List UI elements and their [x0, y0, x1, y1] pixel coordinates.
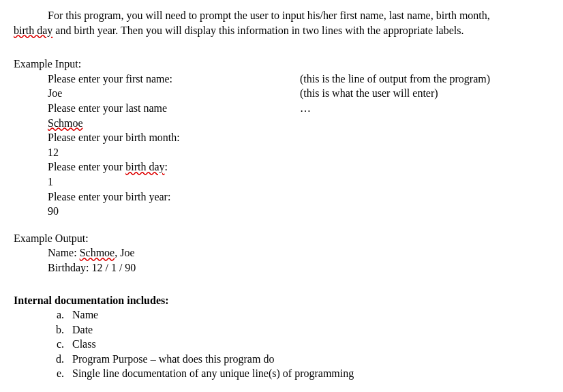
input-row: Please enter your birth day: — [48, 160, 549, 175]
doc-text: Name — [72, 307, 549, 322]
doc-text: Single line documentation of any unique … — [72, 366, 549, 381]
input-row: 12 — [48, 145, 549, 160]
input-comment — [300, 175, 549, 190]
doc-text: Class — [72, 337, 549, 352]
input-prompt: Please enter your birth day: — [48, 160, 300, 175]
input-row: Joe (this is what the user will enter) — [48, 86, 549, 101]
input-prompt: Please enter your birth month: — [48, 130, 300, 145]
input-comment — [300, 130, 549, 145]
input-comment: (this is what the user will enter) — [300, 86, 549, 101]
input-user-entry: Schmoe — [48, 116, 300, 131]
doc-letter: c. — [48, 337, 72, 352]
input-user-entry: 90 — [48, 204, 300, 219]
input-row: 1 — [48, 175, 549, 190]
output-name-line: Name: Schmoe, Joe — [48, 245, 549, 260]
input-comment — [300, 190, 549, 205]
internal-doc-header: Internal documentation includes: — [14, 293, 549, 308]
input-prompt: Please enter your last name — [48, 101, 300, 116]
intro-paragraph: For this program, you will need to promp… — [14, 8, 549, 37]
example-input-header: Example Input: — [14, 57, 549, 72]
doc-text: Date — [72, 322, 549, 337]
intro-line-2: birth day and birth year. Then you will … — [14, 23, 549, 38]
doc-item: c. Class — [48, 337, 549, 352]
intro-rest: and birth year. Then you will display th… — [52, 25, 463, 36]
output-birthday-line: Birthday: 12 / 1 / 90 — [48, 260, 549, 275]
internal-doc-list: a. Name b. Date c. Class d. Program Purp… — [48, 307, 549, 381]
input-row: Schmoe — [48, 116, 549, 131]
input-prompt: Please enter your birth year: — [48, 190, 300, 205]
input-user-entry: Joe — [48, 86, 300, 101]
input-user-entry: 12 — [48, 145, 300, 160]
doc-letter: b. — [48, 322, 72, 337]
example-output-block: Name: Schmoe, Joe Birthday: 12 / 1 / 90 — [48, 245, 549, 275]
doc-item: e. Single line documentation of any uniq… — [48, 366, 549, 381]
input-row: Please enter your birth month: — [48, 130, 549, 145]
input-user-entry: 1 — [48, 175, 300, 190]
intro-squiggle: birth day — [14, 25, 52, 36]
doc-text: Program Purpose – what does this program… — [72, 352, 549, 367]
input-prompt: Please enter your first name: — [48, 72, 300, 87]
intro-line-1: For this program, you will need to promp… — [14, 8, 549, 23]
input-comment — [300, 145, 549, 160]
input-row: Please enter your birth year: — [48, 190, 549, 205]
input-comment — [300, 204, 549, 219]
example-input-block: Please enter your first name: (this is t… — [48, 72, 549, 219]
input-row: Please enter your last name … — [48, 101, 549, 116]
doc-item: d. Program Purpose – what does this prog… — [48, 352, 549, 367]
input-comment — [300, 160, 549, 175]
input-row: Please enter your first name: (this is t… — [48, 72, 549, 87]
doc-letter: e. — [48, 366, 72, 381]
example-output-header: Example Output: — [14, 231, 549, 246]
input-comment: … — [300, 101, 549, 116]
input-comment: (this is the line of output from the pro… — [300, 72, 549, 87]
input-row: 90 — [48, 204, 549, 219]
doc-letter: d. — [48, 352, 72, 367]
doc-item: a. Name — [48, 307, 549, 322]
doc-item: b. Date — [48, 322, 549, 337]
input-comment — [300, 116, 549, 131]
doc-letter: a. — [48, 307, 72, 322]
